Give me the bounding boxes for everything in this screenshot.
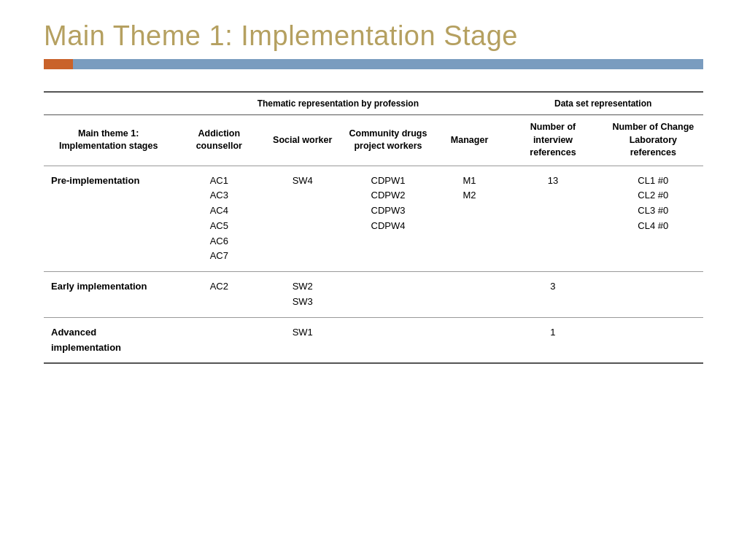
col-main-theme-header: [44, 92, 173, 115]
data-cell: [340, 272, 436, 318]
data-cell: CL1 #0 CL2 #0 CL3 #0 CL4 #0: [603, 166, 703, 272]
social-worker-col-header: Social worker: [265, 115, 340, 166]
header-row-2: Main theme 1: Implementation stages Addi…: [44, 115, 703, 166]
stage-label: Pre-implementation: [44, 166, 173, 272]
data-cell: [603, 317, 703, 363]
data-cell: 3: [503, 272, 603, 318]
data-cell: SW2 SW3: [265, 272, 340, 318]
bar-blue: [73, 59, 703, 69]
dataset-representation-header: Data set representation: [503, 92, 703, 115]
manager-col-header: Manager: [436, 115, 503, 166]
data-cell: AC1 AC3 AC4 AC5 AC6 AC7: [173, 166, 265, 272]
data-cell: [603, 272, 703, 318]
data-cell: CDPW1 CDPW2 CDPW3 CDPW4: [340, 166, 436, 272]
data-cell: SW4: [265, 166, 340, 272]
num-cl-col-header: Number of Change Laboratory references: [603, 115, 703, 166]
page: Main Theme 1: Implementation Stage Thema…: [0, 0, 747, 560]
table-row: Advanced implementationSW11: [44, 317, 703, 363]
data-cell: 13: [503, 166, 603, 272]
community-drugs-col-header: Community drugs project workers: [340, 115, 436, 166]
addiction-counsellor-col-header: Addiction counsellor: [173, 115, 265, 166]
data-cell: M1 M2: [436, 166, 503, 272]
main-theme-col-label: Main theme 1: Implementation stages: [44, 115, 173, 166]
table-row: Pre-implementationAC1 AC3 AC4 AC5 AC6 AC…: [44, 166, 703, 272]
data-cell: SW1: [265, 317, 340, 363]
header-bar: [44, 59, 703, 69]
data-cell: [173, 317, 265, 363]
data-cell: [340, 317, 436, 363]
page-title: Main Theme 1: Implementation Stage: [44, 20, 703, 52]
stage-label: Advanced implementation: [44, 317, 173, 363]
num-interviews-col-header: Number of interview references: [503, 115, 603, 166]
table-row: Early implementationAC2SW2 SW33: [44, 272, 703, 318]
header-row-1: Thematic representation by profession Da…: [44, 92, 703, 115]
main-table: Thematic representation by profession Da…: [44, 91, 703, 364]
data-cell: [436, 317, 503, 363]
bar-orange: [44, 59, 73, 69]
data-cell: AC2: [173, 272, 265, 318]
header-section: Main Theme 1: Implementation Stage: [0, 0, 747, 69]
content-area: Thematic representation by profession Da…: [0, 69, 747, 560]
stage-label: Early implementation: [44, 272, 173, 318]
data-cell: [436, 272, 503, 318]
data-cell: 1: [503, 317, 603, 363]
thematic-representation-header: Thematic representation by profession: [173, 92, 503, 115]
